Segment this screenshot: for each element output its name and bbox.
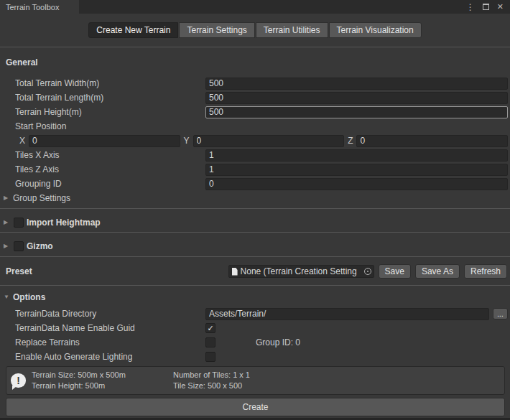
tab-terrain-settings[interactable]: Terrain Settings [179, 22, 254, 38]
window-tab[interactable]: Terrain Toolbox [0, 0, 79, 14]
import-heightmap-label: Import Heightmap [27, 218, 101, 228]
object-picker-icon[interactable] [364, 268, 371, 275]
asset-file-icon [232, 268, 238, 276]
name-enable-guid-checkbox[interactable]: ✓ [205, 323, 215, 333]
total-terrain-length-input[interactable] [205, 92, 508, 104]
tiles-x-axis-label: Tiles X Axis [15, 150, 205, 160]
auto-generate-lighting-checkbox[interactable]: ✓ [205, 352, 215, 362]
terrain-height-label: Terrain Height(m) [15, 107, 205, 117]
title-bar: Terrain Toolbox ⋮ ✕ [0, 0, 510, 14]
divider [0, 285, 510, 286]
start-position-x-input[interactable] [29, 135, 180, 147]
preset-row: Preset None (Terrain Creation Setting Sa… [0, 264, 510, 279]
total-terrain-width-label: Total Terrain Width(m) [15, 78, 205, 88]
import-heightmap-checkbox[interactable]: ✓ [14, 218, 24, 228]
preset-label: Preset [6, 266, 32, 276]
info-right-column: Number of Tiles: 1 x 1 Tile Size: 500 x … [173, 370, 250, 391]
tiles-z-axis-input[interactable] [205, 164, 508, 176]
toolbar: Create New Terrain Terrain Settings Terr… [0, 14, 510, 47]
preset-object-field[interactable]: None (Terrain Creation Setting [228, 265, 374, 278]
start-position-y-input[interactable] [193, 135, 345, 147]
group-settings-foldout[interactable]: ▶ Group Settings [0, 191, 510, 205]
auto-generate-lighting-label: Enable Auto Generate Lighting [15, 352, 203, 362]
grouping-id-input[interactable] [205, 178, 508, 190]
browse-button[interactable]: ... [493, 308, 508, 319]
chevron-down-icon: ▼ [4, 294, 11, 300]
content: General Total Terrain Width(m) Total Ter… [0, 47, 510, 420]
auto-generate-lighting-row: Enable Auto Generate Lighting ✓ [0, 350, 510, 364]
number-of-tiles-text: Number of Tiles: 1 x 1 [173, 370, 250, 381]
tab-terrain-utilities[interactable]: Terrain Utilities [256, 22, 328, 38]
create-button[interactable]: Create [6, 398, 505, 416]
tiles-x-axis-row: Tiles X Axis [0, 148, 510, 162]
group-settings-label: Group Settings [13, 193, 70, 203]
tab-bar: Create New Terrain Terrain Settings Terr… [88, 22, 421, 38]
replace-terrains-label: Replace Terrains [15, 337, 203, 347]
gizmo-label: Gizmo [27, 241, 53, 251]
total-terrain-length-label: Total Terrain Length(m) [15, 93, 205, 103]
preset-object-value: None (Terrain Creation Setting [241, 266, 363, 276]
tiles-z-axis-row: Tiles Z Axis [0, 162, 510, 177]
tab-create-new-terrain[interactable]: Create New Terrain [88, 22, 178, 38]
terrain-size-text: Terrain Size: 500m x 500m [32, 370, 173, 381]
menu-icon[interactable]: ⋮ [466, 3, 475, 11]
terraindata-directory-row: TerrainData Directory ... [0, 307, 510, 321]
field-row-total-terrain-length: Total Terrain Length(m) [0, 90, 510, 105]
name-enable-guid-label: TerrainData Name Enable Guid [15, 323, 203, 333]
window-controls: ⋮ ✕ [466, 0, 510, 14]
tile-size-text: Tile Size: 500 x 500 [173, 381, 250, 391]
tab-terrain-visualization[interactable]: Terrain Visualization [329, 22, 422, 38]
check-icon: ✓ [207, 324, 213, 332]
general-heading: General [0, 56, 510, 69]
general-fields: Total Terrain Width(m) Total Terrain Len… [0, 76, 510, 191]
terrain-height-input[interactable] [205, 106, 508, 118]
replace-terrains-checkbox[interactable]: ✓ [205, 337, 215, 347]
terrain-toolbox-window: Terrain Toolbox ⋮ ✕ Create New Terrain T… [0, 0, 510, 420]
group-id-text: Group ID: 0 [256, 337, 300, 347]
divider [0, 208, 510, 209]
axis-x-label: X [19, 136, 25, 146]
replace-terrains-row: Replace Terrains ✓ Group ID: 0 [0, 335, 510, 350]
terrain-info-box: ! Terrain Size: 500m x 500m Terrain Heig… [6, 366, 505, 395]
terraindata-directory-input[interactable] [205, 308, 489, 320]
info-bubble-icon: ! [11, 373, 26, 388]
options-heading: Options [13, 292, 45, 302]
field-row-terrain-height: Terrain Height(m) [0, 105, 510, 119]
options-foldout[interactable]: ▼ Options [0, 290, 510, 304]
gizmo-checkbox[interactable]: ✓ [14, 241, 24, 251]
chevron-right-icon[interactable]: ▶ [4, 243, 11, 249]
divider [0, 256, 510, 257]
save-button[interactable]: Save [379, 264, 411, 279]
name-enable-guid-row: TerrainData Name Enable Guid ✓ [0, 321, 510, 335]
tiles-z-axis-label: Tiles Z Axis [15, 164, 205, 174]
refresh-button[interactable]: Refresh [464, 264, 507, 279]
terrain-height-text: Terrain Height: 500m [32, 381, 173, 391]
close-icon[interactable]: ✕ [497, 3, 504, 11]
start-position-row: Start Position [0, 119, 510, 134]
maximize-icon[interactable] [483, 4, 489, 10]
start-position-vector: X Y Z [0, 134, 510, 148]
grouping-id-label: Grouping ID [15, 179, 205, 189]
import-heightmap-section: ▶ ✓ Import Heightmap [0, 215, 510, 230]
tiles-x-axis-input[interactable] [205, 149, 508, 162]
chevron-right-icon[interactable]: ▶ [4, 220, 11, 225]
terraindata-directory-label: TerrainData Directory [15, 309, 205, 319]
chevron-right-icon: ▶ [4, 195, 11, 201]
divider [0, 232, 510, 233]
save-as-button[interactable]: Save As [415, 264, 460, 279]
axis-z-label: Z [348, 136, 353, 146]
info-left-column: Terrain Size: 500m x 500m Terrain Height… [32, 370, 173, 391]
total-terrain-width-input[interactable] [205, 78, 508, 90]
axis-y-label: Y [184, 136, 190, 146]
gizmo-section: ▶ ✓ Gizmo [0, 238, 510, 254]
field-row-total-terrain-width: Total Terrain Width(m) [0, 76, 510, 90]
grouping-id-row: Grouping ID [0, 177, 510, 191]
start-position-label: Start Position [15, 121, 205, 131]
window-title: Terrain Toolbox [6, 3, 59, 11]
start-position-z-input[interactable] [356, 135, 508, 147]
